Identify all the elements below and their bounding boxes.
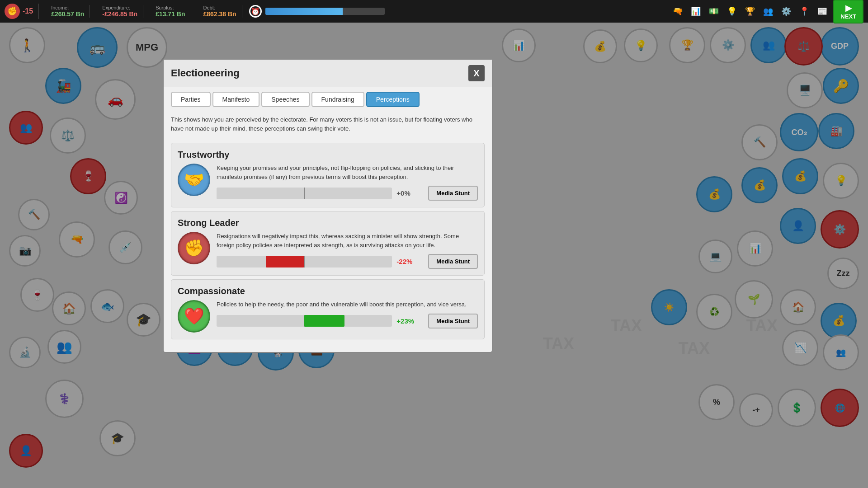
compassionate-fill bbox=[304, 315, 344, 327]
next-button[interactable]: ▶ NEXT bbox=[833, 0, 863, 23]
compassionate-bar-row: +23% Media Stunt bbox=[217, 314, 478, 328]
modal-description: This shows how you are perceived by the … bbox=[164, 112, 492, 139]
newspaper-icon[interactable]: 📰 bbox=[815, 4, 830, 19]
clock-icon: ⏰ bbox=[249, 5, 262, 18]
expenditure-stat: Expenditure: -£246.85 Bn bbox=[97, 5, 143, 18]
perception-trustworthy: Trustworthy 🤝 Keeping your promises and … bbox=[171, 143, 485, 207]
approval-progress-bar bbox=[265, 8, 385, 15]
strong-leader-bar-row: -22% Media Stunt bbox=[217, 254, 478, 269]
modal-title-bar: Electioneering X bbox=[164, 60, 492, 87]
compassionate-title: Compassionate bbox=[178, 286, 478, 296]
compassionate-description: Policies to help the needy, the poor and… bbox=[217, 300, 478, 309]
people-icon[interactable]: 👥 bbox=[761, 4, 775, 19]
approval-value: -15 bbox=[23, 7, 33, 15]
strong-leader-fill bbox=[266, 256, 304, 267]
pin-icon[interactable]: 📍 bbox=[797, 4, 811, 19]
tab-fundraising[interactable]: Fundraising bbox=[311, 92, 364, 107]
lightbulb-icon[interactable]: 💡 bbox=[725, 4, 739, 19]
gun-icon[interactable]: 🔫 bbox=[670, 4, 685, 19]
trophy-icon[interactable]: 🏆 bbox=[743, 4, 757, 19]
chart-icon[interactable]: 📊 bbox=[689, 4, 703, 19]
debt-stat: Debt: £862.38 Bn bbox=[198, 5, 242, 18]
surplus-stat: Surplus: £13.71 Bn bbox=[150, 5, 191, 18]
approval-bar-section: ⏰ bbox=[249, 5, 385, 18]
approval-icon: ✊ bbox=[5, 4, 20, 19]
tab-manifesto[interactable]: Manifesto bbox=[212, 92, 260, 107]
tab-speeches[interactable]: Speeches bbox=[261, 92, 309, 107]
strong-leader-title: Strong Leader bbox=[178, 218, 478, 228]
strong-leader-icon: ✊ bbox=[178, 232, 210, 264]
trustworthy-fill bbox=[304, 188, 305, 199]
perception-compassionate: Compassionate ❤️ Policies to help the ne… bbox=[171, 279, 485, 339]
strong-leader-value: -22% bbox=[396, 258, 424, 265]
gear-icon[interactable]: ⚙️ bbox=[779, 4, 793, 19]
close-button[interactable]: X bbox=[468, 65, 485, 81]
trustworthy-value: +0% bbox=[396, 189, 424, 197]
trustworthy-bar bbox=[217, 188, 392, 199]
compassionate-value: +23% bbox=[396, 317, 424, 325]
modal-title: Electioneering bbox=[171, 67, 240, 79]
approval-fill bbox=[265, 8, 343, 15]
strong-leader-description: Resignations will negatively impact this… bbox=[217, 232, 478, 249]
compassionate-body: ❤️ Policies to help the needy, the poor … bbox=[178, 300, 478, 333]
trustworthy-media-stunt-button[interactable]: Media Stunt bbox=[428, 186, 478, 201]
tab-perceptions[interactable]: Perceptions bbox=[366, 92, 420, 107]
compassionate-media-stunt-button[interactable]: Media Stunt bbox=[428, 314, 478, 328]
top-bar: ✊ -15 Income: £260.57 Bn Expenditure: -£… bbox=[0, 0, 868, 23]
tab-parties[interactable]: Parties bbox=[171, 92, 211, 107]
trustworthy-body: 🤝 Keeping your promises and your princip… bbox=[178, 164, 478, 201]
strong-leader-media-stunt-button[interactable]: Media Stunt bbox=[428, 254, 478, 269]
top-bar-icons: 🔫 📊 💵 💡 🏆 👥 ⚙️ 📍 📰 ▶ NEXT bbox=[670, 0, 863, 23]
income-stat: Income: £260.57 Bn bbox=[46, 5, 90, 18]
perception-strong-leader: Strong Leader ✊ Resignations will negati… bbox=[171, 211, 485, 276]
trustworthy-description: Keeping your promises and your principle… bbox=[217, 164, 478, 181]
electioneering-modal: Electioneering X Parties Manifesto Speec… bbox=[163, 59, 493, 353]
compassionate-icon: ❤️ bbox=[178, 300, 210, 333]
trustworthy-title: Trustworthy bbox=[178, 150, 478, 160]
compassionate-bar bbox=[217, 315, 392, 327]
dollar-icon[interactable]: 💵 bbox=[707, 4, 721, 19]
trustworthy-icon: 🤝 bbox=[178, 164, 210, 196]
tabs-container: Parties Manifesto Speeches Fundraising P… bbox=[164, 87, 492, 112]
strong-leader-body: ✊ Resignations will negatively impact th… bbox=[178, 232, 478, 269]
strong-leader-bar bbox=[217, 256, 392, 267]
center-line bbox=[304, 256, 305, 267]
trustworthy-bar-row: +0% Media Stunt bbox=[217, 186, 478, 201]
